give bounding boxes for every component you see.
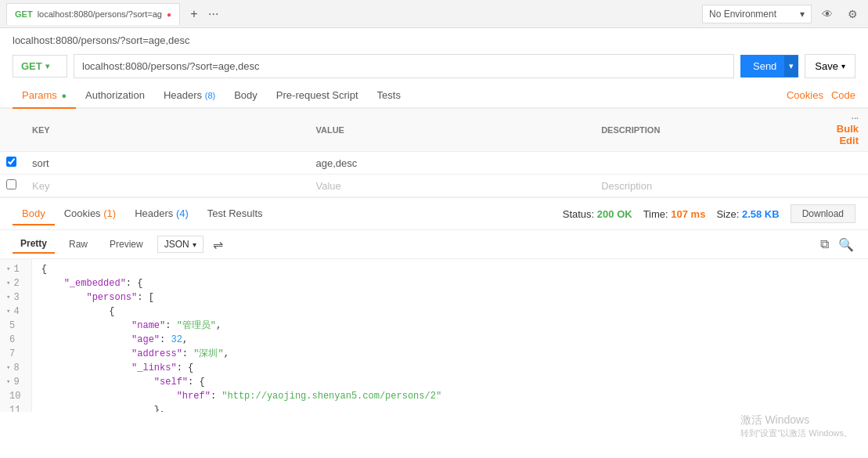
code-line-6: "age": 32, — [41, 333, 859, 347]
param-row-2: Key Value Description — [0, 175, 868, 197]
resp-tab-test-results[interactable]: Test Results — [198, 203, 272, 225]
request-bar: GET ▾ Send ▾ Save ▾ — [0, 49, 868, 83]
top-right-actions: No Environment ▾ 👁 ⚙ — [702, 5, 862, 23]
line-num-1: ▾1 — [6, 262, 25, 276]
tab-close-icon[interactable]: ● — [167, 10, 171, 19]
bulk-edit-button[interactable]: Bulk Edit — [837, 123, 859, 146]
line-num-3: ▾3 — [6, 290, 25, 305]
code-line-11: }, — [41, 403, 859, 412]
format-preview-button[interactable]: Preview — [102, 236, 151, 253]
tab-tests[interactable]: Tests — [368, 83, 410, 109]
code-content: { "_embedded": { "persons": [ { "name": … — [32, 259, 868, 412]
time-label: Time: 107 ms — [643, 208, 706, 220]
response-bar: Body Cookies (1) Headers (4) Test Result… — [0, 197, 868, 230]
environment-select[interactable]: No Environment ▾ — [702, 5, 812, 23]
param-actions-1 — [823, 152, 868, 175]
new-tab-button[interactable]: + — [185, 5, 203, 23]
tab-url: localhost:8080/persons/?sort=ag — [38, 9, 162, 19]
send-button[interactable]: Send ▾ — [740, 55, 798, 78]
desc-header: DESCRIPTION — [592, 109, 823, 152]
eye-icon[interactable]: 👁 — [818, 5, 837, 23]
code-right-actions: ⧉ 🔍 — [819, 236, 855, 254]
headers-badge: (8) — [205, 91, 215, 100]
code-line-5: "name": "管理员", — [41, 319, 859, 333]
tab-method: GET — [15, 9, 33, 19]
tab-body[interactable]: Body — [225, 83, 267, 109]
line-num-10: 10 — [6, 389, 25, 403]
type-chevron-icon: ▾ — [193, 240, 196, 249]
line-num-6: 6 — [6, 333, 25, 347]
type-select[interactable]: JSON ▾ — [157, 236, 203, 253]
time-value: 107 ms — [671, 208, 705, 220]
env-label: No Environment — [709, 9, 776, 20]
code-line-2: "_embedded": { — [41, 276, 859, 290]
line-num-7: 7 — [6, 347, 25, 361]
cookies-count-badge: (1) — [103, 207, 116, 219]
param-actions-2 — [823, 175, 868, 197]
params-section: KEY VALUE DESCRIPTION ··· Bulk Edit — [0, 109, 868, 197]
param-key-2[interactable]: Key — [23, 175, 306, 197]
response-status: Status: 200 OK Time: 107 ms Size: 2.58 K… — [563, 204, 855, 223]
param-value-2[interactable]: Value — [306, 175, 592, 197]
watermark: 激活 Windows 转到"设置"以激活 Windows。 — [740, 413, 853, 439]
size-value: 2.58 KB — [742, 208, 780, 220]
format-raw-button[interactable]: Raw — [61, 236, 95, 253]
watermark-line2: 转到"设置"以激活 Windows。 — [740, 427, 853, 439]
resp-tab-body[interactable]: Body — [13, 203, 55, 225]
tabs-right-links: Cookies Code — [787, 89, 855, 101]
value-header: VALUE — [306, 109, 592, 152]
size-label: Size: 2.58 KB — [716, 208, 779, 220]
url-title: localhost:8080/persons/?sort=age,desc — [0, 28, 868, 49]
line-numbers: ▾1 ▾2 ▾3 ▾4 5 6 7 ▾8 ▾9 10 11 ▾12 13 14 — [0, 259, 32, 412]
cookies-link[interactable]: Cookies — [787, 89, 823, 101]
search-icon[interactable]: 🔍 — [837, 236, 855, 254]
request-tabs: Params ● Authorization Headers (8) Body … — [0, 83, 868, 109]
check-header — [0, 109, 23, 152]
method-select[interactable]: GET ▾ — [13, 55, 67, 78]
code-line-10: "href": "http://yaojing.shenyan5.com/per… — [41, 389, 859, 403]
copy-icon[interactable]: ⧉ — [819, 236, 830, 254]
code-line-3: "persons": [ — [41, 290, 859, 305]
param-value-1[interactable]: age,desc — [306, 152, 592, 175]
resp-tab-cookies[interactable]: Cookies (1) — [55, 203, 125, 225]
code-controls: Pretty Raw Preview JSON ▾ ⇌ ⧉ 🔍 — [0, 230, 868, 259]
resp-tab-headers[interactable]: Headers (4) — [125, 203, 198, 225]
code-link[interactable]: Code — [831, 89, 855, 101]
line-num-2: ▾2 — [6, 276, 25, 290]
three-dots-icon[interactable]: ··· — [852, 114, 859, 123]
download-button[interactable]: Download — [791, 204, 855, 223]
param-desc-2[interactable]: Description — [592, 175, 823, 197]
code-line-8: "_links": { — [41, 361, 859, 375]
method-label: GET — [21, 60, 42, 72]
tab-params[interactable]: Params ● — [13, 83, 76, 109]
param-checkbox-1[interactable] — [0, 152, 23, 175]
active-tab[interactable]: GET localhost:8080/persons/?sort=ag ● — [6, 3, 180, 25]
send-dropdown-arrow[interactable]: ▾ — [784, 56, 798, 77]
status-code: 200 OK — [597, 208, 632, 220]
tab-authorization[interactable]: Authorization — [76, 83, 154, 109]
line-num-9: ▾9 — [6, 375, 25, 389]
line-num-11: 11 — [6, 403, 25, 412]
param-checkbox-2[interactable] — [0, 175, 23, 197]
gear-icon[interactable]: ⚙ — [843, 5, 862, 23]
tab-prerequest[interactable]: Pre-request Script — [267, 83, 368, 109]
param-desc-1[interactable] — [592, 152, 823, 175]
line-num-8: ▾8 — [6, 361, 25, 375]
key-header: KEY — [23, 109, 306, 152]
param-key-1[interactable]: sort — [23, 152, 306, 175]
more-tabs-icon[interactable]: ··· — [208, 7, 218, 21]
send-label: Send — [753, 60, 776, 72]
format-pretty-button[interactable]: Pretty — [13, 235, 55, 254]
code-line-7: "address": "深圳", — [41, 347, 859, 361]
code-line-1: { — [41, 262, 859, 276]
save-dropdown-icon[interactable]: ▾ — [841, 62, 845, 70]
tab-headers[interactable]: Headers (8) — [154, 83, 225, 109]
actions-header: ··· Bulk Edit — [823, 109, 868, 152]
code-area: ▾1 ▾2 ▾3 ▾4 5 6 7 ▾8 ▾9 10 11 ▾12 13 14 … — [0, 259, 868, 412]
chevron-down-icon: ▾ — [800, 9, 805, 20]
code-line-4: { — [41, 305, 859, 319]
wrap-icon[interactable]: ⇌ — [213, 237, 223, 252]
watermark-line1: 激活 Windows — [740, 413, 853, 427]
url-input[interactable] — [74, 54, 734, 78]
save-button[interactable]: Save ▾ — [805, 54, 855, 78]
